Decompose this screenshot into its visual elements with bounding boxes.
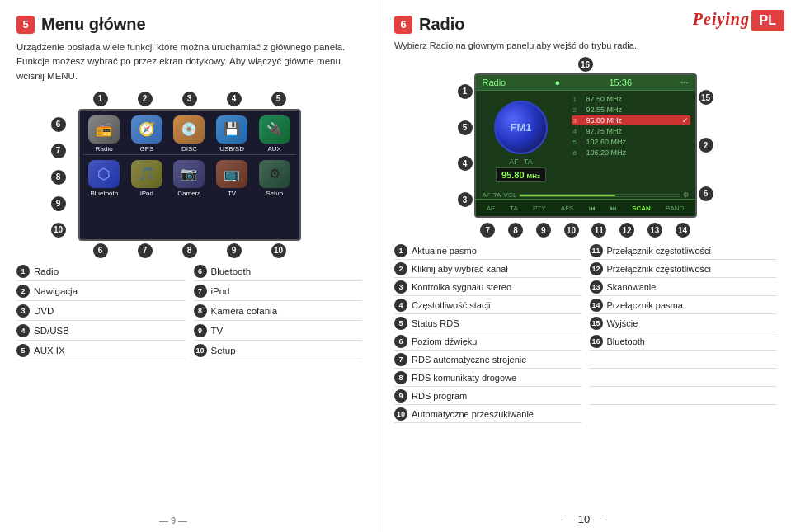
- peiying-logo: Peiying: [693, 10, 750, 29]
- app-setup[interactable]: ⚙ Setup: [256, 160, 294, 197]
- radio-bottom-nums: 7 8 9 10 11 12 13 14: [474, 223, 697, 238]
- app-bluetooth[interactable]: ⬡ Bluetooth: [85, 160, 123, 197]
- app-aux[interactable]: 🔌 AUX: [256, 115, 294, 153]
- bot-num-6: 6: [93, 243, 108, 258]
- legend-num-8: 8: [194, 304, 207, 318]
- left-anno-9: 9: [51, 196, 66, 211]
- feature-16: 16 Bluetooth: [590, 333, 777, 351]
- ta-label: TA: [524, 158, 533, 166]
- left-page-num: — 9 —: [159, 516, 187, 525]
- btn-prev[interactable]: ⏮: [586, 205, 598, 212]
- btn-af[interactable]: AF: [484, 205, 497, 212]
- freq-5: 5102.60 MHz: [572, 137, 690, 147]
- setup-icon-box: ⚙: [259, 160, 290, 188]
- app-setup-label: Setup: [266, 190, 283, 197]
- btn-pty[interactable]: PTY: [530, 205, 549, 212]
- feature-grid: 1 Aktualne pasmo 11 Przełącznik częstotl…: [394, 242, 776, 423]
- feat-label-3: Kontrolka sygnału stereo: [412, 282, 511, 292]
- feature-6: 6 Poziom dźwięku: [394, 333, 581, 351]
- legend-item-1: 1 Radio: [16, 263, 186, 281]
- feature-9: 9 RDS program: [394, 388, 581, 405]
- rp-left-1: 1: [458, 84, 473, 99]
- legend-num-10: 10: [194, 344, 207, 357]
- feature-3: 3 Kontrolka sygnału stereo: [394, 279, 581, 296]
- legend-num-4: 4: [16, 324, 30, 337]
- app-camera-label: Camera: [177, 190, 200, 197]
- bot-num-9: 9: [227, 243, 242, 258]
- feature-11: 11 Przełącznik częstotliwości: [590, 242, 777, 260]
- freq-display: 95.80 MHz: [496, 167, 546, 182]
- app-usb[interactable]: 💾 USB/SD: [213, 115, 251, 153]
- feat-label-11: Przełącznik częstotliwości: [607, 246, 712, 256]
- legend-item-10: 10 Setup: [194, 342, 363, 360]
- vol-label: VOL: [503, 191, 516, 199]
- feature-2: 2 Kliknij aby wybrać kanał: [394, 261, 581, 278]
- num-16: 16: [578, 57, 593, 72]
- app-ipod[interactable]: 🎵 iPod: [128, 160, 166, 197]
- feat-label-10: Automatyczne przeszukiwanie: [412, 409, 534, 419]
- app-disc[interactable]: 💿 DISC: [170, 115, 208, 153]
- vol-bar-bg: [519, 194, 680, 197]
- legend-label-2: Nawigacja: [34, 286, 78, 296]
- app-tv-label: TV: [228, 190, 236, 197]
- left-intro: Urządzenie posiada wiele funkcji które m…: [16, 40, 362, 83]
- left-section-title: Menu główne: [41, 15, 146, 34]
- feat-label-9: RDS program: [412, 391, 467, 401]
- feat-num-9: 9: [394, 389, 407, 403]
- feature-15: 15 Wyjście: [590, 315, 777, 332]
- btn-band[interactable]: BAND: [663, 205, 686, 212]
- app-bluetooth-label: Bluetooth: [90, 190, 118, 197]
- rp-left-annotations: 1 5 4 3: [458, 73, 473, 218]
- freq-6: 6106.20 MHz: [572, 148, 690, 158]
- aux-icon-box: 🔌: [259, 115, 290, 144]
- bnum-12: 12: [619, 223, 634, 238]
- feature-1: 1 Aktualne pasmo: [394, 242, 581, 260]
- app-tv[interactable]: 📺 TV: [213, 160, 251, 197]
- feat-label-8: RDS komunikaty drogowe: [412, 373, 516, 383]
- vol-row: AF TA VOL ⚙: [476, 191, 695, 199]
- left-screen-left-annos: 6 7 8 9 10: [51, 111, 66, 243]
- right-footer: — 10 —: [394, 513, 774, 525]
- btn-next[interactable]: ⏭: [608, 205, 619, 212]
- app-camera[interactable]: 📷 Camera: [170, 160, 208, 197]
- right-section-num: 6: [394, 16, 412, 34]
- app-ipod-label: iPod: [140, 190, 153, 197]
- feat-num-4: 4: [394, 299, 407, 312]
- feat-num-6: 6: [394, 335, 407, 348]
- legend-num-6: 6: [194, 265, 207, 278]
- gps-icon-box: 🧭: [131, 115, 162, 144]
- fm-knob: FM1: [494, 101, 548, 154]
- feat-label-2: Kliknij aby wybrać kanał: [412, 264, 508, 274]
- top-num-1: 1: [93, 92, 108, 106]
- radio-dot: ●: [555, 78, 561, 87]
- camera-icon-box: 📷: [173, 160, 205, 188]
- feature-4: 4 Częstotliwość stacji: [394, 297, 581, 314]
- legend-label-3: DVD: [34, 306, 54, 316]
- feat-label-12: Przełącznik częstotliwości: [607, 264, 712, 274]
- feat-label-4: Częstotliwość stacji: [412, 300, 490, 310]
- legend-label-10: Setup: [211, 346, 236, 355]
- feat-num-5: 5: [394, 317, 407, 330]
- vol-icons: ⚙: [683, 191, 689, 199]
- screen-top-nums: 1 2 3 4 5: [78, 92, 301, 106]
- right-intro: Wybierz Radio na głównym panelu aby wejś…: [394, 40, 776, 50]
- bluetooth-icon-box: ⬡: [88, 160, 120, 188]
- vol-ta: TA: [493, 191, 501, 199]
- btn-afs[interactable]: AFS: [558, 205, 577, 212]
- legend-item-3: 3 DVD: [16, 303, 186, 321]
- radio-screen-header: Radio ● 15:36 ···: [476, 75, 695, 91]
- bot-num-7: 7: [138, 243, 153, 258]
- radio-left-section: FM1 AF TA 95.80 MHz: [476, 91, 567, 192]
- btn-ta[interactable]: TA: [507, 205, 520, 212]
- app-radio[interactable]: 📻 Radio: [85, 115, 123, 153]
- left-panel: 5 Menu główne Urządzenie posiada wiele f…: [0, 0, 379, 532]
- app-radio-label: Radio: [96, 145, 113, 153]
- feature-5: 5 Status RDS: [394, 315, 581, 332]
- feat-label-16: Bluetooth: [607, 337, 645, 346]
- rp-right-15: 15: [699, 90, 713, 105]
- app-gps-label: GPS: [139, 145, 153, 153]
- btn-scan[interactable]: SCAN: [629, 205, 653, 212]
- legend-item-2: 2 Nawigacja: [16, 283, 186, 301]
- feature-empty-r2: [590, 370, 777, 387]
- app-gps[interactable]: 🧭 GPS: [128, 115, 166, 153]
